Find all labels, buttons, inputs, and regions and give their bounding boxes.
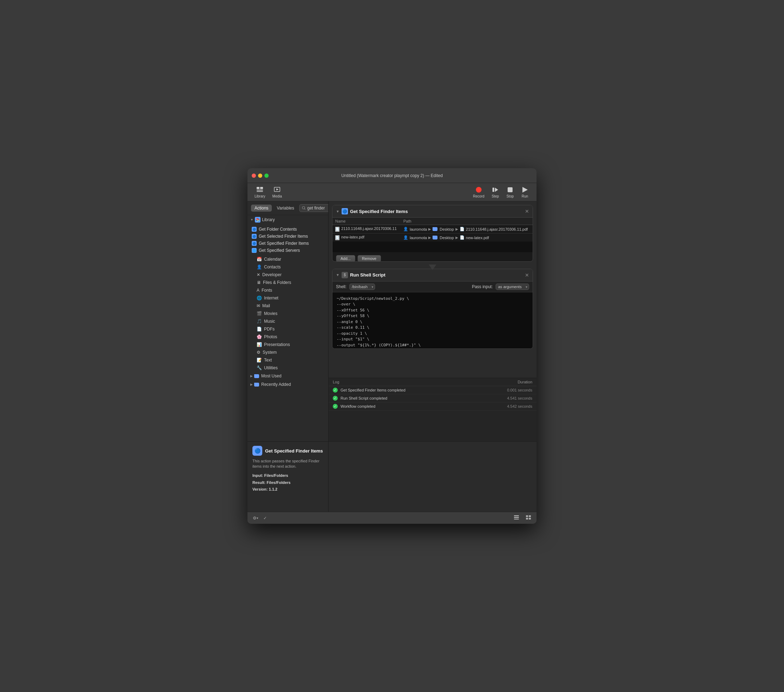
pass-input-select[interactable]: as arguments — [496, 284, 529, 290]
code-area[interactable]: ~/Desktop/Script/newtool_2.py \ --over \… — [333, 292, 533, 349]
svg-line-12 — [304, 209, 305, 210]
bottom-toolbar: ⚙ ▾ ✓ — [247, 512, 537, 524]
toolbar-left: Library Media — [252, 185, 284, 200]
check-icon: ✓ — [264, 516, 267, 520]
sidebar-item-calendar[interactable]: 📅 Calendar — [247, 255, 328, 263]
add-button[interactable]: Add... — [336, 255, 355, 262]
finder-items-chevron-icon[interactable]: ▼ — [336, 210, 339, 213]
log-duration-0: 0.001 seconds — [507, 388, 532, 392]
log-header-label: Log — [333, 380, 339, 384]
duration-header-label: Duration — [517, 380, 532, 384]
log-message-2: Workflow completed — [341, 404, 376, 408]
svg-rect-1 — [260, 187, 263, 189]
library-chevron-icon: ▼ — [250, 218, 254, 221]
col-path-header: Path — [400, 218, 533, 225]
presentations-icon: 📊 — [257, 342, 262, 347]
sidebar-item-movies[interactable]: 🎬 Movies — [247, 310, 328, 317]
shell-label: Shell: — [336, 284, 346, 289]
search-bar: ✕ — [299, 204, 329, 212]
library-button[interactable]: Library — [252, 185, 268, 200]
grid-view-button[interactable] — [524, 514, 533, 522]
tab-actions[interactable]: Actions — [251, 205, 272, 211]
actions-area: ▼ 🔵 Get Specified Finder Items ✕ Name Pa… — [329, 201, 537, 378]
run-button[interactable]: Run — [518, 185, 532, 200]
file-path-cell: 👤 lauromota ▶ Desktop ▶ 📄 2110.11648.j.a… — [400, 225, 533, 233]
most-used-icon — [254, 374, 259, 378]
sidebar-item-developer[interactable]: ✕ Developer — [247, 271, 328, 279]
empty-work-area — [332, 353, 533, 374]
table-row[interactable]: 📄 2110.11648.j.ajasr.20170306.11 👤 lauro… — [333, 225, 533, 233]
sidebar-item-music[interactable]: 🎵 Music — [247, 317, 328, 325]
log-entry-1: ✓ Run Shell Script completed 4.541 secon… — [329, 394, 537, 403]
found-item-get-servers[interactable]: 🌐 Get Specified Servers — [250, 247, 325, 254]
text-icon: 📝 — [257, 358, 262, 363]
sidebar-item-text[interactable]: 📝 Text — [247, 356, 328, 364]
finder-icon-2: 🔵 — [252, 234, 257, 239]
finder-items-close-button[interactable]: ✕ — [525, 208, 529, 214]
media-label: Media — [272, 194, 282, 198]
title-bar: Untitled (Watermark creator plaympt copy… — [247, 168, 537, 183]
found-item-label: Get Folder Contents — [259, 227, 297, 232]
table-row[interactable]: 📄 new-latex.pdf 👤 lauromota ▶ — [333, 233, 533, 242]
utilities-icon: 🔧 — [257, 365, 262, 370]
shell-chevron-icon[interactable]: ▼ — [336, 273, 339, 277]
status-area — [329, 442, 537, 512]
run-label: Run — [522, 194, 528, 198]
minimize-button[interactable] — [258, 173, 262, 178]
sidebar-item-presentations[interactable]: 📊 Presentations — [247, 341, 328, 348]
result-value: Files/Folders — [267, 481, 290, 485]
shell-script-header: ▼ $ Run Shell Script ✕ — [333, 269, 533, 281]
svg-point-6 — [476, 187, 481, 193]
shell-select[interactable]: /bin/bash — [349, 284, 375, 290]
path-cell-1: 👤 lauromota ▶ Desktop ▶ 📄 2110.11648.j.a… — [403, 227, 530, 231]
sidebar-item-fonts[interactable]: A Fonts — [247, 286, 328, 294]
settings-button[interactable]: ⚙ ▾ — [251, 515, 260, 522]
stop-button[interactable]: Stop — [503, 185, 517, 200]
svg-rect-18 — [526, 518, 528, 520]
media-button[interactable]: Media — [270, 185, 284, 200]
recently-added-section-header[interactable]: ▶ Recently Added — [247, 380, 328, 389]
version-value: 1.1.2 — [268, 487, 277, 491]
sidebar-item-internet[interactable]: 🌐 Internet — [247, 294, 328, 302]
log-check-icon-0: ✓ — [333, 388, 338, 393]
sidebar-item-photos[interactable]: 🌸 Photos — [247, 333, 328, 341]
search-input[interactable] — [307, 206, 329, 211]
most-used-section-header[interactable]: ▶ Most Used — [247, 372, 328, 380]
library-section-header[interactable]: ▼ 📚 Library — [247, 215, 328, 224]
svg-rect-16 — [526, 515, 528, 517]
log-check-icon-2: ✓ — [333, 404, 338, 409]
shell-script-close-button[interactable]: ✕ — [525, 272, 529, 278]
remove-button[interactable]: Remove — [357, 255, 381, 262]
sidebar-item-mail[interactable]: ✉ Mail — [247, 302, 328, 310]
check-button[interactable]: ✓ — [262, 515, 268, 522]
bottom-area: 🔵 Get Specified Finder Items This action… — [247, 441, 537, 512]
step-button[interactable]: Step — [489, 185, 502, 200]
input-value: Files/Folders — [264, 473, 288, 477]
sidebar-item-contacts[interactable]: 👤 Contacts — [247, 263, 328, 271]
step-icon — [491, 186, 499, 194]
sidebar-item-pdfs[interactable]: 📄 PDFs — [247, 325, 328, 333]
svg-marker-5 — [277, 188, 278, 190]
found-item-get-selected[interactable]: 🔵 Get Selected Finder Items — [250, 233, 325, 240]
found-item-get-folder[interactable]: 🔵 Get Folder Contents — [250, 226, 325, 233]
tab-variables[interactable]: Variables — [273, 205, 298, 211]
app-window: Untitled (Watermark creator plaympt copy… — [247, 168, 537, 524]
svg-rect-15 — [514, 519, 519, 520]
found-item-get-specified[interactable]: 🔵 Get Specified Finder Items — [250, 240, 325, 247]
sidebar-item-files-folders[interactable]: 🖥 Files & Folders — [247, 279, 328, 286]
maximize-button[interactable] — [264, 173, 268, 178]
sidebar-item-system[interactable]: ⚙ System — [247, 348, 328, 356]
log-area: Log Duration ✓ Get Specified Finder Item… — [329, 378, 537, 441]
path-arrow-icon: ▶ — [428, 227, 431, 231]
sidebar-list: ▼ 📚 Library 🔵 Get Folder Contents 🔵 Get … — [247, 215, 328, 441]
finder-items-action-icon: 🔵 — [342, 208, 348, 215]
shell-script-header-left: ▼ $ Run Shell Script — [336, 272, 523, 278]
list-view-icon — [514, 515, 519, 520]
found-items-list: 🔵 Get Folder Contents 🔵 Get Selected Fin… — [247, 224, 328, 255]
close-button[interactable] — [252, 173, 256, 178]
sidebar-item-utilities[interactable]: 🔧 Utilities — [247, 364, 328, 372]
file-name-cell-2: 📄 new-latex.pdf — [333, 233, 400, 242]
svg-rect-13 — [514, 515, 519, 516]
record-button[interactable]: Record — [470, 185, 487, 200]
list-view-button[interactable] — [512, 514, 521, 522]
